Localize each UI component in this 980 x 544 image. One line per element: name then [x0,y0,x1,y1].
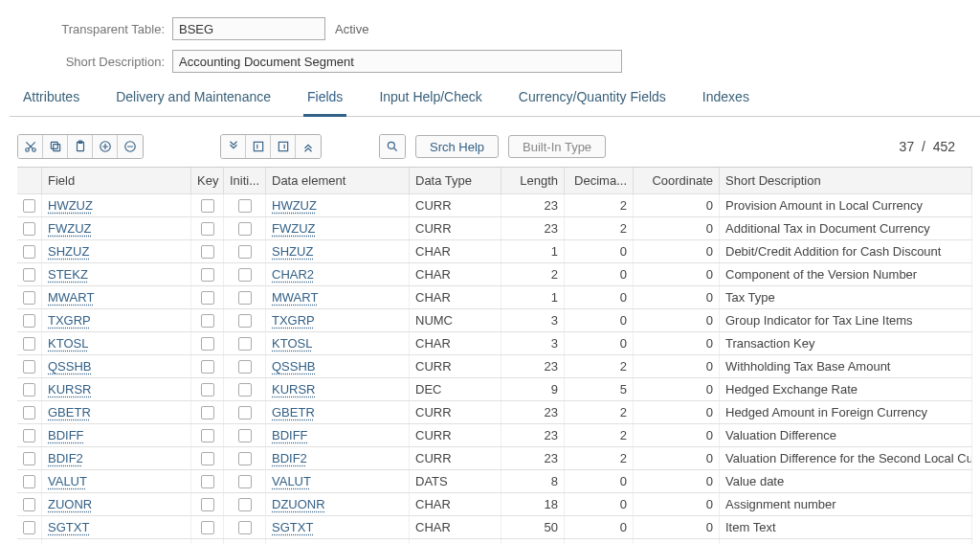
table-row[interactable]: TXGRPTXGRPNUMC300Group Indicator for Tax… [17,309,972,332]
field-name-link[interactable]: QSSHB [48,359,92,374]
field-name-link[interactable]: KTOSL [48,336,88,351]
key-checkbox[interactable] [201,521,214,534]
initial-checkbox[interactable] [238,498,252,511]
col-decimals[interactable]: Decima... [565,168,634,193]
table-row[interactable]: BDIFFBDIFFCURR2320Valuation Difference [17,424,972,447]
col-coordinate[interactable]: Coordinate [634,168,720,193]
row-select-checkbox[interactable] [23,268,35,282]
field-name-link[interactable]: BDIFF [48,428,84,442]
builtin-type-button[interactable]: Built-In Type [508,135,606,158]
row-select-checkbox[interactable] [23,452,35,465]
initial-checkbox[interactable] [238,337,252,351]
row-select-checkbox[interactable] [23,429,35,442]
key-checkbox[interactable] [201,452,214,465]
col-data-element[interactable]: Data element [266,168,410,193]
initial-checkbox[interactable] [238,429,252,442]
tab-currency-quantity-fields[interactable]: Currency/Quantity Fields [515,83,670,117]
table-row[interactable]: SGTXTSGTXTCHAR5000Item Text [17,516,972,539]
key-checkbox[interactable] [201,406,214,419]
data-element-link[interactable]: FWZUZ [272,221,315,236]
key-checkbox[interactable] [201,268,214,282]
field-name-link[interactable]: ZUONR [48,497,92,511]
table-row[interactable]: MWARTMWARTCHAR100Tax Type [17,286,972,309]
initial-checkbox[interactable] [238,383,252,397]
tab-indexes[interactable]: Indexes [699,83,753,117]
key-checkbox[interactable] [201,199,214,213]
col-key[interactable]: Key [191,168,224,193]
data-element-link[interactable]: KURSR [272,382,316,397]
data-element-link[interactable]: TXGRP [272,313,315,328]
field-name-link[interactable]: MWART [48,290,94,305]
data-element-link[interactable]: SGTXT [272,520,313,534]
data-element-link[interactable]: CHAR2 [272,267,314,282]
key-checkbox[interactable] [201,245,214,259]
table-row[interactable]: KURSRKURSRDEC950Hedged Exchange Rate [17,378,972,401]
nav-next-button[interactable] [271,135,296,158]
cut-button[interactable] [18,135,43,158]
key-checkbox[interactable] [201,337,214,351]
field-name-link[interactable]: TXGRP [48,313,91,328]
data-element-link[interactable]: BDIF2 [272,451,307,465]
table-row[interactable]: HWZUZHWZUZCURR2320Provision Amount in Lo… [17,194,972,217]
key-checkbox[interactable] [201,291,214,305]
table-row[interactable]: FWZUZFWZUZCURR2320Additional Tax in Docu… [17,217,972,240]
initial-checkbox[interactable] [238,222,252,236]
row-select-checkbox[interactable] [23,245,35,259]
table-row[interactable]: BDIF2BDIF2CURR2320Valuation Difference f… [17,447,972,470]
field-name-link[interactable]: KURSR [48,382,92,397]
tab-delivery-and-maintenance[interactable]: Delivery and Maintenance [112,83,275,117]
key-checkbox[interactable] [201,314,214,328]
table-row[interactable]: ZINKZDZINKZCHAR200Exempted from Interest… [17,539,972,544]
key-checkbox[interactable] [201,498,214,511]
srch-help-button[interactable]: Srch Help [415,135,499,158]
col-data-type[interactable]: Data Type [410,168,501,193]
row-select-checkbox[interactable] [23,314,35,328]
field-name-link[interactable]: VALUT [48,474,87,488]
data-element-link[interactable]: GBETR [272,405,315,419]
tab-input-help-check[interactable]: Input Help/Check [375,83,485,117]
row-select-checkbox[interactable] [23,406,35,419]
initial-checkbox[interactable] [238,360,252,374]
initial-checkbox[interactable] [238,475,252,488]
initial-checkbox[interactable] [238,521,252,534]
short-desc-input[interactable] [172,50,622,73]
key-checkbox[interactable] [201,222,214,236]
initial-checkbox[interactable] [238,406,252,419]
data-element-link[interactable]: KTOSL [272,336,312,351]
key-checkbox[interactable] [201,383,214,397]
paste-button[interactable] [68,135,93,158]
tab-attributes[interactable]: Attributes [19,83,83,117]
row-select-checkbox[interactable] [23,360,35,374]
key-checkbox[interactable] [201,360,214,374]
data-element-link[interactable]: QSSHB [272,359,316,374]
row-select-checkbox[interactable] [23,199,35,213]
remove-row-button[interactable] [118,135,143,158]
field-name-link[interactable]: BDIF2 [48,451,83,465]
table-row[interactable]: SHZUZSHZUZCHAR100Debit/Credit Addition f… [17,240,972,263]
data-element-link[interactable]: BDIFF [272,428,308,442]
row-select-checkbox[interactable] [23,291,35,305]
data-element-link[interactable]: MWART [272,290,318,305]
nav-prev-button[interactable] [246,135,271,158]
table-row[interactable]: VALUTVALUTDATS800Value date [17,470,972,493]
key-checkbox[interactable] [201,475,214,488]
initial-checkbox[interactable] [238,291,252,305]
collapse-all-button[interactable] [296,135,321,158]
data-element-link[interactable]: SHZUZ [272,244,313,259]
data-element-link[interactable]: DZUONR [272,497,325,511]
field-name-link[interactable]: GBETR [48,405,91,419]
initial-checkbox[interactable] [238,199,252,213]
tab-fields[interactable]: Fields [303,83,346,117]
add-row-button[interactable] [93,135,118,158]
row-select-checkbox[interactable] [23,383,35,397]
expand-all-button[interactable] [221,135,246,158]
initial-checkbox[interactable] [238,452,252,465]
table-row[interactable]: STEKZCHAR2CHAR200Component of the Versio… [17,263,972,286]
table-row[interactable]: ZUONRDZUONRCHAR1800Assignment number [17,493,972,516]
row-select-checkbox[interactable] [23,498,35,511]
row-select-checkbox[interactable] [23,337,35,351]
find-button[interactable] [380,135,405,158]
table-row[interactable]: QSSHBQSSHBCURR2320Withholding Tax Base A… [17,355,972,378]
field-name-link[interactable]: STEKZ [48,267,88,282]
initial-checkbox[interactable] [238,268,252,282]
